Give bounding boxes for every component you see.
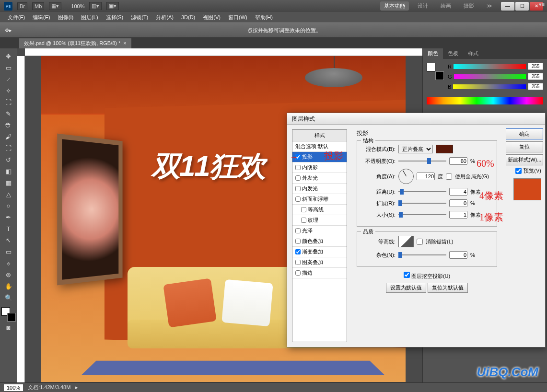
- b-value[interactable]: 255: [528, 83, 543, 90]
- size-slider[interactable]: [398, 214, 446, 215]
- background-color[interactable]: [7, 313, 16, 322]
- gradient-overlay-checkbox[interactable]: [295, 249, 301, 254]
- brush-tool[interactable]: 🖌: [2, 131, 15, 142]
- 3d-tool[interactable]: ⟐: [2, 258, 15, 268]
- opacity-input[interactable]: [449, 157, 467, 165]
- tab-color[interactable]: 颜色: [423, 48, 443, 59]
- contour-checkbox[interactable]: [301, 207, 306, 212]
- spread-slider[interactable]: [398, 203, 446, 204]
- antialias-checkbox[interactable]: [417, 239, 423, 245]
- style-drop-shadow[interactable]: 投影: [292, 152, 347, 162]
- distance-input[interactable]: [449, 188, 467, 196]
- gradient-tool[interactable]: ▦: [2, 177, 15, 188]
- stamp-tool[interactable]: ⛶: [2, 143, 15, 153]
- zoom-tool[interactable]: 🔍: [2, 292, 15, 303]
- dodge-tool[interactable]: ○: [2, 200, 15, 211]
- inner-shadow-checkbox[interactable]: [295, 165, 301, 170]
- g-slider[interactable]: [454, 74, 526, 79]
- tab-styles[interactable]: 样式: [463, 48, 483, 59]
- global-light-checkbox[interactable]: [446, 173, 452, 180]
- angle-input[interactable]: [417, 173, 435, 180]
- blend-mode-select[interactable]: 正片叠底: [398, 145, 433, 153]
- color-swatches[interactable]: [1, 307, 16, 322]
- cancel-button[interactable]: 复位: [506, 141, 543, 152]
- satin-checkbox[interactable]: [295, 228, 301, 233]
- preview-checkbox[interactable]: [515, 168, 522, 174]
- style-texture[interactable]: 纹理: [292, 215, 347, 226]
- move-tool[interactable]: ✥: [2, 51, 15, 61]
- style-blend-options[interactable]: 混合选项:默认: [292, 141, 347, 152]
- style-stroke[interactable]: 描边: [292, 268, 347, 278]
- eyedropper-tool[interactable]: ✎: [2, 108, 15, 119]
- document-tab-close-icon[interactable]: ×: [123, 40, 126, 46]
- screen-mode-icon[interactable]: ▣▾: [106, 2, 119, 10]
- status-zoom[interactable]: 100%: [4, 384, 23, 391]
- g-value[interactable]: 255: [528, 73, 543, 80]
- history-brush-tool[interactable]: ↺: [2, 154, 15, 165]
- set-default-button[interactable]: 设置为默认值: [386, 283, 426, 293]
- menu-filter[interactable]: 滤镜(T): [127, 13, 152, 22]
- zoom-level[interactable]: 100%: [71, 3, 84, 9]
- healing-tool[interactable]: ⛑: [2, 120, 15, 130]
- menu-edit[interactable]: 编辑(E): [29, 13, 54, 22]
- stroke-checkbox[interactable]: [295, 270, 301, 276]
- menu-view[interactable]: 视图(V): [199, 13, 224, 22]
- menu-help[interactable]: 帮助(H): [251, 13, 277, 22]
- style-satin[interactable]: 光泽: [292, 226, 347, 236]
- minibridge-button[interactable]: Mb: [32, 2, 44, 10]
- menu-layer[interactable]: 图层(L): [77, 13, 102, 22]
- blur-tool[interactable]: △: [2, 189, 15, 199]
- restore-default-button[interactable]: 复位为默认值: [428, 283, 468, 293]
- menu-image[interactable]: 图像(I): [54, 13, 77, 22]
- menu-analysis[interactable]: 分析(A): [152, 13, 177, 22]
- eraser-tool[interactable]: ◧: [2, 166, 15, 176]
- style-inner-shadow[interactable]: 内阴影: [292, 162, 347, 173]
- hand-tool[interactable]: ✋: [2, 281, 15, 291]
- new-style-button[interactable]: 新建样式(W)...: [506, 154, 543, 165]
- opacity-slider[interactable]: [398, 161, 446, 161]
- lasso-tool[interactable]: ⟋: [2, 74, 15, 84]
- status-info-icon[interactable]: ▸: [75, 384, 78, 391]
- workspace-design[interactable]: 设计: [414, 1, 432, 11]
- workspace-basic[interactable]: 基本功能: [380, 1, 409, 11]
- bridge-button[interactable]: Br: [17, 2, 27, 10]
- 3d-camera-tool[interactable]: ⊚: [2, 269, 15, 280]
- style-inner-glow[interactable]: 内发光: [292, 184, 347, 194]
- type-tool[interactable]: T: [2, 223, 15, 234]
- color-spectrum[interactable]: [427, 97, 543, 104]
- menu-select[interactable]: 选择(S): [102, 13, 128, 22]
- magic-wand-tool[interactable]: ✧: [2, 85, 15, 96]
- distance-slider[interactable]: [398, 191, 446, 192]
- shape-tool[interactable]: ▭: [2, 246, 15, 257]
- panel-color-swatches[interactable]: [427, 63, 444, 80]
- bevel-checkbox[interactable]: [295, 196, 301, 202]
- pattern-overlay-checkbox[interactable]: [295, 260, 301, 265]
- menu-file[interactable]: 文件(F): [4, 13, 29, 22]
- contour-picker[interactable]: [398, 236, 414, 247]
- style-pattern-overlay[interactable]: 图案叠加: [292, 257, 347, 268]
- style-outer-glow[interactable]: 外发光: [292, 173, 347, 184]
- drop-shadow-checkbox[interactable]: [295, 154, 301, 160]
- angle-dial[interactable]: [398, 169, 414, 184]
- menu-3d[interactable]: 3D(D): [177, 13, 199, 21]
- b-slider[interactable]: [453, 84, 526, 89]
- workspace-photography[interactable]: 摄影: [460, 1, 478, 11]
- style-bevel[interactable]: 斜面和浮雕: [292, 194, 347, 205]
- document-tab[interactable]: 效果.psd @ 100% (双11狂欢购, RGB/8) * ×: [19, 38, 131, 48]
- menu-window[interactable]: 窗口(W): [224, 13, 251, 22]
- style-gradient-overlay[interactable]: 渐变叠加: [292, 247, 347, 257]
- minimize-button[interactable]: —: [501, 2, 514, 11]
- style-contour[interactable]: 等高线: [292, 205, 347, 215]
- pen-tool[interactable]: ✒: [2, 212, 15, 222]
- path-selection-tool[interactable]: ↖: [2, 235, 15, 245]
- ruler-vertical[interactable]: [17, 56, 25, 382]
- quick-mask-tool[interactable]: ◙: [2, 322, 15, 333]
- panel-menu-icon[interactable]: ▾≡: [539, 1, 545, 8]
- knockout-checkbox[interactable]: [404, 272, 410, 278]
- marquee-tool[interactable]: ▭: [2, 62, 15, 73]
- noise-slider[interactable]: [398, 254, 446, 255]
- shadow-color-chip[interactable]: [436, 145, 453, 153]
- crop-tool[interactable]: ⛶: [2, 97, 15, 107]
- view-extras-icon[interactable]: ▥▾: [89, 2, 102, 10]
- workspace-painting[interactable]: 绘画: [437, 1, 455, 11]
